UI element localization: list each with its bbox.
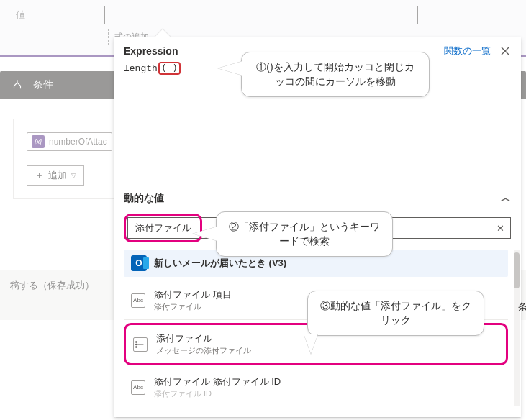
abc-type-icon: Abc <box>131 293 145 308</box>
chevron-up-icon[interactable]: ︿ <box>501 192 511 205</box>
value-input[interactable]: fx <box>104 6 418 24</box>
svg-point-2 <box>136 347 137 347</box>
abc-type-icon: Abc <box>131 380 145 395</box>
outlook-icon: O <box>131 255 147 271</box>
annotation-callout-2: ②「添付ファイル」というキーワードで検索 <box>216 211 393 257</box>
svg-point-0 <box>136 342 137 342</box>
list-type-icon <box>133 337 148 352</box>
expr-prefix: length <box>124 63 158 74</box>
truncated-side-text: 条 <box>518 301 526 314</box>
chevron-down-icon: ▽ <box>71 172 76 179</box>
dv-item-attachment-id[interactable]: Abc 添付ファイル 添付ファイル ID 添付ファイル ID <box>124 368 508 406</box>
add-row-button[interactable]: ＋ 追加 ▽ <box>27 165 84 186</box>
fx-token-icon: {x} <box>32 135 45 148</box>
condition-title: 条件 <box>33 78 53 91</box>
svg-point-1 <box>136 344 137 344</box>
dynamic-values-header[interactable]: 動的な値 ︿ <box>114 186 521 211</box>
search-value-text: 添付ファイル <box>135 222 191 234</box>
scrollbar-thumb[interactable] <box>514 252 520 288</box>
panel-title: Expression <box>124 45 178 57</box>
expr-caret-region[interactable]: ( ) <box>158 62 181 75</box>
branch-icon <box>9 76 26 93</box>
annotation-callout-3: ③動的な値「添付ファイル」をクリック <box>307 291 484 336</box>
token-label: numberOfAttac <box>49 137 107 147</box>
expression-token[interactable]: {x} numberOfAttac <box>27 132 112 151</box>
functions-link[interactable]: 関数の一覧 <box>444 45 491 58</box>
close-icon[interactable] <box>499 45 511 57</box>
value-label: 値 <box>0 9 104 22</box>
annotation-callout-1: ①()を入力して開始カッコと閉じカッコの間にカーソルを移動 <box>241 52 430 97</box>
clear-search-icon[interactable]: ✕ <box>496 223 504 234</box>
group-title-text: 新しいメールが届いたとき (V3) <box>154 257 286 270</box>
